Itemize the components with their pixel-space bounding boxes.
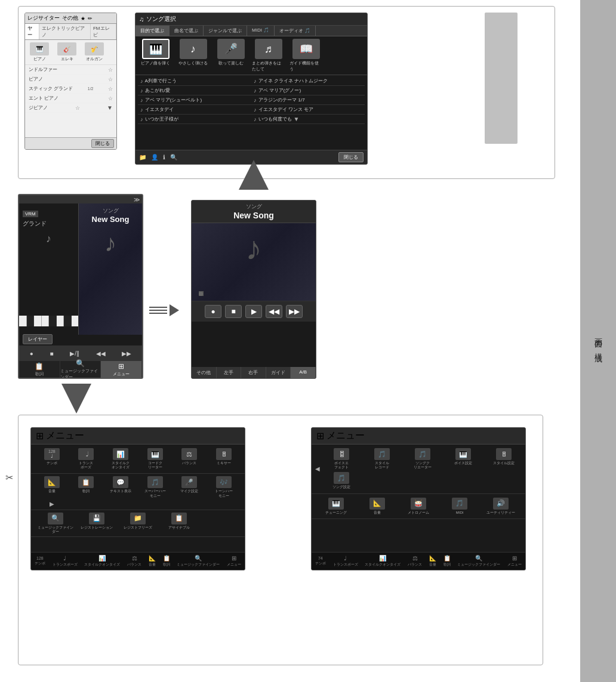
right-arrow-page[interactable]: ▶ — [36, 501, 68, 507]
footer-file-icon[interactable]: 📁 — [139, 154, 146, 161]
sdp-stop-btn[interactable]: ■ — [225, 305, 242, 318]
footer-user-icon[interactable]: 👤 — [151, 154, 158, 161]
song-item-L1[interactable]: ♪ A列車で行こう — [138, 76, 251, 86]
song-tab-4[interactable]: MIDI 🎵 — [247, 26, 275, 36]
footer-tempo-right[interactable]: 74 テンポ — [315, 556, 326, 566]
menu-item-utility[interactable]: 🔊 ユーティリティー — [482, 498, 520, 515]
footer-balance-left[interactable]: ⚖ バランス — [127, 555, 141, 567]
voice-tab-3[interactable]: FMエレピ — [91, 24, 116, 39]
sdp-rewind-btn[interactable]: ◀◀ — [266, 305, 282, 318]
menu-item-tuning[interactable]: 🎹 チューニング — [316, 498, 355, 515]
piano-tab-menu[interactable]: ⊞ メニュー — [101, 361, 142, 378]
scroll-down-icon[interactable]: ▼ — [107, 104, 113, 111]
menu-item-textdisplay[interactable]: 💬 テキスト表示 — [104, 476, 137, 498]
footer-volume-right[interactable]: 📐 音量 — [429, 555, 436, 567]
song-tab-5[interactable]: オーディオ 🎵 — [275, 26, 316, 36]
song-icon-5[interactable]: 📖 ガイド機能を使う — [289, 39, 322, 72]
footer-transpose-right[interactable]: ♩ トランスポーズ — [333, 555, 358, 567]
voice-list-item-1[interactable]: ンドルファー ☆ — [25, 65, 116, 75]
voice-icon-organ[interactable]: 🎷 オルガン — [82, 42, 106, 62]
fast-forward-btn[interactable]: ▶▶ — [122, 350, 131, 357]
left-arrow-page[interactable]: ◀ — [314, 465, 321, 472]
sdp-tab-other[interactable]: その他 — [192, 367, 217, 378]
voice-icon-piano[interactable]: 🎹 ピアノ — [27, 42, 51, 62]
song-icon-3[interactable]: 🎤 歌って楽しむ — [214, 39, 247, 72]
sdp-record-btn[interactable]: ● — [205, 305, 221, 318]
stop-btn[interactable]: ■ — [50, 350, 53, 357]
song-item-R1[interactable]: ♪ アイネ クライネ ナハトムジーク — [251, 76, 365, 86]
rewind-btn[interactable]: ◀◀ — [96, 350, 106, 357]
footer-transpose-left[interactable]: ♩ トランスポーズ — [53, 555, 78, 567]
song-item-R3[interactable]: ♪ アラジンのテーマ 1/7 — [251, 95, 365, 105]
piano-tab-lyrics[interactable]: 📋 歌詞 — [19, 361, 60, 378]
menu-item-volume[interactable]: 📐 音量 — [36, 476, 68, 498]
footer-finder-left[interactable]: 🔍 ミュージックファインダー — [177, 555, 220, 567]
sdp-tab-ab[interactable]: A/B — [291, 367, 316, 378]
footer-info-icon[interactable]: ℹ — [163, 154, 165, 161]
voice-list-item-3[interactable]: スティック グランド 1/2 ☆ — [25, 84, 116, 94]
footer-stylequant-right[interactable]: 📊 スタイルクオンタイズ — [365, 555, 401, 567]
sdp-ffwd-btn[interactable]: ▶▶ — [286, 305, 303, 318]
footer-finder-right[interactable]: 🔍 ミュージックファインダー — [457, 555, 500, 567]
song-icon-2[interactable]: ♪ やさしく弾ける — [177, 39, 210, 72]
menu-item-stylesetting[interactable]: 🎚 スタイル設定 — [485, 448, 523, 470]
menu-item-stylerec[interactable]: 🎵 スタイルレコード — [363, 448, 401, 470]
layer-button[interactable]: レイヤー — [23, 334, 53, 344]
footer-volume-left[interactable]: 📐 音量 — [149, 555, 156, 567]
voice-list-item-4[interactable]: エント ピアノ ☆ — [25, 94, 116, 103]
menu-item-regfreeze[interactable]: 📁 レジストフリーズ — [118, 513, 157, 534]
sdp-tab-right[interactable]: 右手 — [241, 367, 266, 378]
song-item-R5[interactable]: ♪ いつも何度でも ▼ — [251, 115, 365, 124]
voice-panel-tab1[interactable]: レジサイター — [27, 14, 60, 22]
menu-item-registration[interactable]: 💾 レジストレーション — [77, 513, 116, 534]
voice-tab-2[interactable]: エレクトリックピアノ — [39, 24, 91, 39]
song-item-R4[interactable]: ♪ イエスタデイ ワンス モア — [251, 105, 365, 115]
song-close-button[interactable]: 閉じる — [338, 152, 364, 162]
song-icon-1[interactable]: 🎹 ピアノ曲を弾く — [139, 39, 172, 72]
voice-list-star-4[interactable]: ☆ — [108, 95, 113, 101]
voice-panel-star[interactable]: ★ — [81, 16, 85, 21]
footer-menu-left[interactable]: ⊞ メニュー — [227, 555, 241, 567]
menu-item-toneharmony[interactable]: 🎶 トーンハーモニー — [208, 476, 240, 498]
menu-item-transpose[interactable]: 𝅗𝅥 トランスポーズ — [70, 448, 103, 470]
menu-item-volume2[interactable]: 📐 音量 — [358, 498, 396, 515]
sdp-playpause-btn[interactable]: ▶ — [245, 305, 262, 318]
menu-item-mic[interactable]: 🎤 マイク設定 — [174, 476, 206, 498]
menu-item-tempo[interactable]: 128 ♩ テンポ — [36, 448, 68, 470]
sdp-tab-guide[interactable]: ガイド — [266, 367, 291, 378]
menu-item-lyrics[interactable]: 📋 歌詞 — [70, 476, 103, 498]
song-item-L3[interactable]: ♪ アベ マリア(シューベルト) — [138, 95, 251, 105]
menu-item-assignable[interactable]: 📋 アサイナブル — [160, 513, 199, 534]
footer-menu-right[interactable]: ⊞ メニュー — [507, 555, 522, 567]
song-item-L5[interactable]: ♪ いつか王子様が — [138, 115, 251, 124]
song-tab-2[interactable]: 曲名で選ぶ — [170, 26, 204, 36]
menu-item-midi[interactable]: 🎵 MIDI — [441, 498, 479, 515]
menu-item-voicesetting[interactable]: 🎹 ボイス設定 — [444, 448, 482, 470]
footer-search-icon[interactable]: 🔍 — [170, 154, 177, 161]
song-item-L4[interactable]: ♪ イエスタデイ — [138, 105, 251, 115]
menu-item-songsetting[interactable]: 🎵 ソング設定 — [322, 472, 361, 489]
menu-item-superharmony[interactable]: 🎵 スーパーハーモニー — [139, 476, 171, 498]
sdp-tab-left[interactable]: 左手 — [217, 367, 242, 378]
menu-item-metronome[interactable]: 🥁 メトロノーム — [399, 498, 438, 515]
voice-tab-1[interactable]: ヤー — [25, 24, 39, 39]
voice-panel-edit[interactable]: ✏ — [88, 16, 93, 21]
record-btn[interactable]: ● — [30, 350, 33, 357]
menu-item-mixer[interactable]: 🎚 ミキサー — [208, 448, 240, 470]
play-pause-btn[interactable]: ▶/‖ — [70, 350, 79, 357]
song-tab-3[interactable]: ジャンルで選ぶ — [204, 26, 247, 36]
menu-item-chordcreator[interactable]: 🎹 コードクリーター — [139, 448, 171, 470]
menu-item-balance[interactable]: ⚖ バランス — [174, 448, 206, 470]
voice-list-item-2[interactable]: ピアノ ☆ — [25, 75, 116, 84]
footer-lyrics-right[interactable]: 📋 歌詞 — [443, 555, 451, 567]
voice-list-item-5[interactable]: ジピアノ ☆ ▼ — [25, 103, 116, 113]
voice-list-star-1[interactable]: ☆ — [108, 67, 113, 73]
footer-lyrics-left[interactable]: 📋 歌詞 — [163, 555, 170, 567]
song-item-R2[interactable]: ♪ アベ マリア(グノー) — [251, 86, 365, 95]
menu-item-songcreator[interactable]: 🎵 ソングクリエーター — [404, 448, 442, 470]
song-tab-1[interactable]: 目的で選ぶ — [135, 26, 170, 36]
song-icon-4[interactable]: ♬ まとめ弾きをはたして — [252, 39, 285, 72]
footer-tempo-left[interactable]: 128 テンポ — [35, 556, 45, 566]
voice-list-star-2[interactable]: ☆ — [108, 76, 113, 82]
menu-item-stylequant[interactable]: 📊 スタイルクオンタイズ — [104, 448, 137, 470]
